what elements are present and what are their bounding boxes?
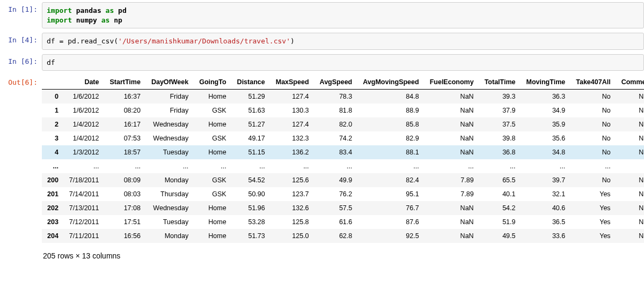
notebook-cell: In [1]: import pandas as pdimport numpy …	[0, 2, 644, 28]
cell-value: 65.5	[479, 173, 521, 187]
cell-value: 7/18/2011	[64, 173, 105, 187]
cell-value: 54.52	[232, 173, 270, 187]
cell-value: ...	[479, 159, 521, 173]
cell-value: ...	[357, 159, 424, 173]
cell-value: NaN	[616, 103, 644, 117]
code-input[interactable]: import pandas as pdimport numpy as np	[42, 2, 644, 28]
cell-value: 36.8	[479, 145, 521, 159]
cell-value: 132.3	[270, 131, 314, 145]
cell-value: ...	[314, 159, 358, 173]
cell-value: Home	[194, 201, 231, 215]
cell-value: 18:57	[104, 145, 145, 159]
cell-value: ...	[270, 159, 314, 173]
cell-value: Home	[194, 215, 231, 229]
cell-value: 34.9	[521, 103, 571, 117]
cell-value: 7.89	[425, 187, 479, 201]
cell-value: 51.63	[232, 103, 270, 117]
cell-value: 16:56	[104, 229, 145, 243]
cell-value: 7/12/2011	[64, 215, 105, 229]
input-prompt: In [6]:	[0, 54, 42, 71]
cell-value: 17:51	[104, 215, 145, 229]
cell-value: 40.1	[479, 187, 521, 201]
cell-value: 32.1	[521, 187, 571, 201]
code-input[interactable]: df	[42, 54, 644, 71]
column-header: TotalTime	[479, 75, 521, 90]
table-row: 21/4/201216:17WednesdayHome51.27127.482.…	[42, 117, 644, 131]
table-row: ........................................	[42, 159, 644, 173]
row-index: 203	[42, 215, 64, 229]
cell-value: Wednesday	[146, 131, 194, 145]
cell-value: 136.2	[270, 145, 314, 159]
cell-value: 74.2	[314, 131, 358, 145]
cell-value: No	[570, 173, 616, 187]
notebook-cell: In [6]: df	[0, 54, 644, 71]
cell-value: 1/4/2012	[64, 131, 105, 145]
cell-value: 33.6	[521, 229, 571, 243]
cell-value: 51.29	[232, 90, 270, 104]
column-header: DayOfWeek	[146, 75, 194, 90]
cell-value: NaN	[616, 145, 644, 159]
cell-value: 88.9	[357, 103, 424, 117]
cell-value: 123.7	[270, 187, 314, 201]
cell-value: 35.9	[521, 117, 571, 131]
cell-value: 1/3/2012	[64, 145, 105, 159]
cell-value: 40.6	[521, 201, 571, 215]
column-header: GoingTo	[194, 75, 231, 90]
cell-value: 1/4/2012	[64, 117, 105, 131]
cell-value: Thursday	[146, 187, 194, 201]
cell-value: 125.6	[270, 173, 314, 187]
cell-value: NaN	[616, 131, 644, 145]
cell-value: GSK	[194, 103, 231, 117]
cell-value: 39.3	[479, 90, 521, 104]
cell-value: 88.1	[357, 145, 424, 159]
cell-value: No	[570, 117, 616, 131]
dataframe-header: DateStartTimeDayOfWeekGoingToDistanceMax…	[42, 75, 644, 90]
cell-value: 125.8	[270, 215, 314, 229]
cell-value: 127.4	[270, 117, 314, 131]
cell-value: NaN	[425, 145, 479, 159]
notebook-cell: In [4]: df = pd.read_csv('/Users/manishk…	[0, 33, 644, 50]
cell-value: NaN	[425, 117, 479, 131]
cell-value: 37.5	[479, 117, 521, 131]
cell-value: NaN	[616, 215, 644, 229]
cell-value: 62.8	[314, 229, 358, 243]
cell-value: Home	[194, 229, 231, 243]
code-input[interactable]: df = pd.read_csv('/Users/manishkumar/Dow…	[42, 33, 644, 50]
cell-value: 82.0	[314, 117, 358, 131]
cell-value: 07:53	[104, 131, 145, 145]
cell-value: 61.6	[314, 215, 358, 229]
cell-value: 16:17	[104, 117, 145, 131]
cell-value: 132.6	[270, 201, 314, 215]
cell-value: 50.90	[232, 187, 270, 201]
cell-value: NaN	[425, 229, 479, 243]
cell-value: 49.17	[232, 131, 270, 145]
cell-value: 36.3	[521, 90, 571, 104]
cell-value: NaN	[616, 187, 644, 201]
notebook-output: Out[6]: DateStartTimeDayOfWeekGoingToDis…	[0, 75, 644, 262]
cell-value: Yes	[570, 215, 616, 229]
cell-value: 82.9	[357, 131, 424, 145]
cell-value: 130.3	[270, 103, 314, 117]
cell-value: 54.2	[479, 201, 521, 215]
cell-value: Wednesday	[146, 117, 194, 131]
column-header: AvgMovingSpeed	[357, 75, 424, 90]
cell-value: GSK	[194, 131, 231, 145]
cell-value: 76.2	[314, 187, 358, 201]
cell-value: 08:03	[104, 187, 145, 201]
row-index: 2	[42, 117, 64, 131]
cell-value: Yes	[570, 201, 616, 215]
cell-value: 39.7	[521, 173, 571, 187]
cell-value: 87.6	[357, 215, 424, 229]
row-index: ...	[42, 159, 64, 173]
row-index: 4	[42, 145, 64, 159]
column-header: MaxSpeed	[270, 75, 314, 90]
cell-value: 92.5	[357, 229, 424, 243]
cell-value: NaN	[425, 131, 479, 145]
cell-value: ...	[570, 159, 616, 173]
cell-value: 16:37	[104, 90, 145, 104]
cell-value: 08:20	[104, 103, 145, 117]
cell-value: .	[616, 159, 644, 173]
column-header: Date	[64, 75, 105, 90]
cell-value: 36.5	[521, 215, 571, 229]
input-prompt: In [4]:	[0, 33, 42, 50]
